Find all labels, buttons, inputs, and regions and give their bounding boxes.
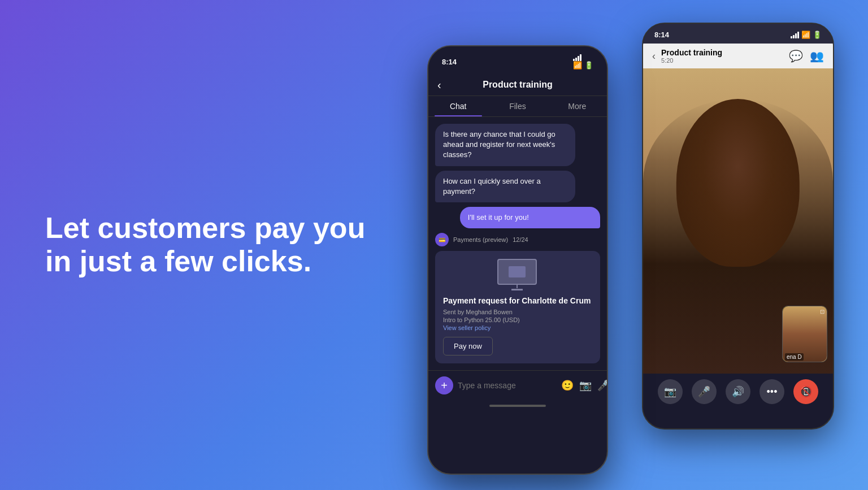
message-2-text: How can I quickly send over a payment?: [443, 177, 541, 196]
message-input-bar: + 🙂 📷 🎤: [428, 370, 607, 400]
monitor-icon: [497, 259, 538, 289]
add-attachment-button[interactable]: +: [435, 376, 453, 394]
camera-button[interactable]: 📷: [658, 379, 683, 404]
signal-icon: [791, 32, 799, 38]
tab-bar: Chat Files More: [428, 96, 607, 117]
phone-back: 8:14 📶 🔋 ‹ Product training 5:20 💬: [642, 23, 834, 430]
payment-title: Payment request for Charlotte de Crum: [443, 296, 592, 305]
back-arrow-icon[interactable]: ‹: [652, 50, 656, 62]
tab-chat-label: Chat: [450, 102, 467, 111]
input-icons: 🙂 📷 🎤: [561, 379, 608, 392]
chat-title: Product training: [483, 80, 553, 90]
message-3-text: I'll set it up for you!: [468, 213, 529, 222]
message-1-text: Is there any chance that I could go ahea…: [443, 130, 555, 159]
payment-sender: Payments (preview): [453, 236, 508, 243]
front-time: 8:14: [442, 58, 457, 66]
phones-container: 8:14 📶 🔋 ‹ Product training 5:20 💬: [427, 11, 834, 486]
front-signal-icon: [573, 54, 593, 61]
camera-icon[interactable]: 📷: [579, 379, 592, 392]
call-header-title: Product training 5:20: [661, 48, 783, 64]
payment-app-icon: 💳: [435, 233, 449, 246]
home-indicator: [489, 405, 546, 407]
message-input[interactable]: [458, 381, 557, 390]
hero-line1: Let customers pay you: [45, 211, 365, 244]
pay-now-button[interactable]: Pay now: [443, 337, 493, 355]
chat-back-button[interactable]: ‹: [437, 79, 441, 92]
call-controls: 📷 🎤 🔊 ••• 📵: [643, 374, 833, 410]
payment-card-header: 💳 Payments (preview) 12/24: [435, 233, 600, 246]
payment-card: Payment request for Charlotte de Crum Se…: [435, 251, 600, 363]
chat-messages: Is there any chance that I could go ahea…: [428, 117, 607, 370]
chat-icon[interactable]: 💬: [789, 49, 803, 63]
message-2: How can I quickly send over a payment?: [435, 171, 575, 202]
phone-front: 8:14 📶 🔋 ‹ Product training Chat: [427, 45, 608, 475]
monitor-screen: [497, 259, 537, 285]
hero-line2: in just a few clicks.: [45, 245, 311, 278]
call-header: ‹ Product training 5:20 💬 👥: [643, 44, 833, 68]
tab-more-label: More: [568, 102, 586, 111]
tab-files-label: Files: [509, 102, 526, 111]
payment-card-icon-area: [443, 259, 592, 289]
tab-chat[interactable]: Chat: [428, 96, 488, 116]
mic-icon[interactable]: 🎤: [597, 379, 608, 392]
home-bar: [428, 400, 607, 411]
payment-description: Intro to Python 25.00 (USD): [443, 316, 592, 323]
front-status-icons: 📶 🔋: [573, 54, 593, 70]
message-1: Is there any chance that I could go ahea…: [435, 124, 575, 166]
hero-text: Let customers pay you in just a few clic…: [45, 211, 373, 279]
more-button[interactable]: •••: [760, 379, 784, 404]
participant-name-label: ena D: [785, 353, 804, 361]
tab-more[interactable]: More: [548, 96, 607, 116]
hero-section: Let customers pay you in just a few clic…: [45, 211, 373, 279]
back-status-bar: 8:14 📶 🔋: [643, 24, 833, 44]
battery-icon: 🔋: [813, 31, 822, 39]
call-title: Product training: [661, 48, 783, 57]
tab-files[interactable]: Files: [488, 96, 547, 116]
chat-header: ‹ Product training: [428, 74, 607, 96]
payment-date: 12/24: [513, 236, 528, 243]
call-header-actions: 💬 👥: [789, 49, 824, 63]
front-battery-icon: 🔋: [584, 61, 593, 70]
wifi-icon: 📶: [801, 31, 810, 39]
message-3: I'll set it up for you!: [460, 207, 600, 228]
mute-button[interactable]: 🎤: [692, 379, 717, 404]
video-area: ena D ⊡: [643, 68, 833, 374]
payment-section: 💳 Payments (preview) 12/24 Payment reque…: [435, 233, 600, 363]
back-time: 8:14: [654, 31, 669, 39]
self-thumbnail: ena D ⊡: [782, 306, 827, 362]
payment-sent-by: Sent by Meghand Bowen: [443, 309, 592, 315]
emoji-icon[interactable]: 🙂: [561, 379, 574, 392]
participants-icon[interactable]: 👥: [810, 49, 824, 63]
seller-policy-link[interactable]: View seller policy: [443, 324, 592, 331]
speaker-button[interactable]: 🔊: [726, 379, 750, 404]
thumbnail-icon: ⊡: [820, 309, 824, 315]
front-wifi-icon: 📶: [573, 61, 582, 70]
front-status-bar: 8:14 📶 🔋: [428, 46, 607, 74]
call-subtitle: 5:20: [661, 57, 783, 64]
end-call-button[interactable]: 📵: [793, 379, 818, 404]
back-status-icons: 📶 🔋: [791, 31, 822, 39]
